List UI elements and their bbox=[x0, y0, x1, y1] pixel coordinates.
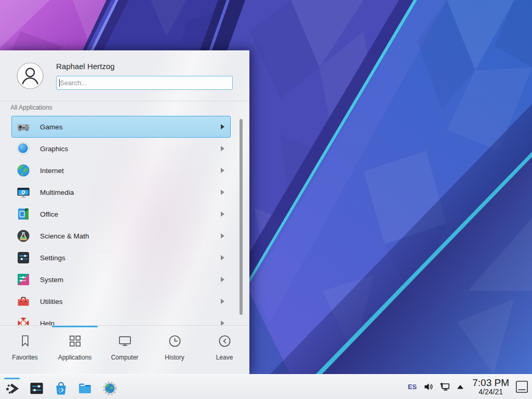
system-settings-button[interactable] bbox=[28, 376, 45, 398]
internet-icon bbox=[17, 164, 30, 177]
multimedia-icon bbox=[17, 185, 30, 199]
tab-computer[interactable]: Computer bbox=[100, 327, 150, 375]
computer-icon bbox=[118, 334, 132, 348]
tabbar-separator bbox=[0, 325, 249, 326]
discover-icon bbox=[54, 381, 69, 396]
file-manager-button[interactable] bbox=[76, 376, 94, 398]
category-label: Utilities bbox=[40, 298, 63, 305]
web-browser-icon bbox=[102, 381, 117, 396]
submenu-arrow-icon bbox=[221, 211, 224, 217]
settings-icon bbox=[17, 251, 30, 264]
user-name: Raphael Hertzog bbox=[56, 62, 115, 71]
expand-tray-arrow-icon[interactable] bbox=[457, 384, 464, 390]
clock-time: 7:03 PM bbox=[472, 378, 509, 388]
system-settings-icon bbox=[29, 381, 44, 396]
category-row-multimedia[interactable]: Multimedia bbox=[11, 181, 231, 203]
category-label: Help bbox=[40, 320, 55, 326]
submenu-arrow-icon bbox=[221, 146, 224, 151]
category-label: Office bbox=[40, 210, 58, 218]
utilities-icon bbox=[17, 295, 30, 308]
category-row-office[interactable]: Office bbox=[11, 203, 231, 225]
taskbar: ES 7:03 PM 4/24/21 bbox=[0, 374, 532, 399]
header-separator bbox=[0, 101, 249, 101]
search-input[interactable] bbox=[56, 76, 233, 90]
search-field-wrap bbox=[56, 76, 233, 90]
tab-label: Computer bbox=[111, 354, 139, 361]
applications-icon bbox=[68, 334, 82, 348]
desktop: Raphael Hertzog All Applications GamesGr… bbox=[0, 0, 532, 399]
tab-label: Leave bbox=[216, 354, 233, 361]
clock-date: 4/24/21 bbox=[472, 388, 509, 396]
tab-history[interactable]: History bbox=[150, 327, 200, 375]
category-row-graphics[interactable]: Graphics bbox=[11, 138, 231, 159]
submenu-arrow-icon bbox=[221, 255, 224, 260]
application-launcher-menu: Raphael Hertzog All Applications GamesGr… bbox=[0, 50, 249, 374]
scrollbar[interactable] bbox=[240, 119, 243, 315]
taskbar-launchers bbox=[0, 375, 125, 399]
volume-icon[interactable] bbox=[423, 382, 433, 392]
digital-clock[interactable]: 7:03 PM 4/24/21 bbox=[472, 378, 509, 396]
submenu-arrow-icon bbox=[221, 277, 224, 282]
submenu-arrow-icon bbox=[221, 168, 224, 173]
leave-icon bbox=[218, 334, 232, 348]
category-row-games[interactable]: Games bbox=[11, 116, 231, 138]
science-icon bbox=[17, 229, 30, 243]
section-label: All Applications bbox=[10, 104, 52, 111]
system-tray: ES 7:03 PM 4/24/21 bbox=[408, 375, 532, 399]
active-task-indicator bbox=[4, 378, 20, 379]
office-icon bbox=[17, 207, 30, 221]
category-row-help[interactable]: Help bbox=[11, 312, 231, 325]
submenu-arrow-icon bbox=[221, 321, 224, 325]
submenu-arrow-icon bbox=[221, 299, 224, 304]
category-list: GamesGraphicsInternetMultimediaOfficeSci… bbox=[11, 116, 231, 325]
category-row-internet[interactable]: Internet bbox=[11, 159, 231, 181]
category-label: Graphics bbox=[40, 145, 68, 153]
tab-label: Favorites bbox=[12, 354, 37, 361]
category-label: Multimedia bbox=[40, 189, 74, 196]
folder-icon bbox=[78, 381, 93, 396]
tab-bar: FavoritesApplicationsComputerHistoryLeav… bbox=[0, 327, 249, 375]
favorites-icon bbox=[18, 334, 32, 348]
network-icon[interactable] bbox=[440, 382, 450, 392]
system-icon bbox=[17, 273, 30, 286]
application-launcher-button[interactable] bbox=[3, 376, 21, 398]
category-label: Internet bbox=[40, 167, 64, 175]
category-row-settings[interactable]: Settings bbox=[11, 247, 231, 269]
graphics-icon bbox=[17, 142, 30, 155]
kickoff-icon bbox=[5, 381, 20, 396]
category-label: System bbox=[40, 276, 63, 284]
text-cursor bbox=[59, 79, 60, 87]
tab-leave[interactable]: Leave bbox=[200, 327, 249, 375]
submenu-arrow-icon bbox=[221, 190, 224, 195]
submenu-arrow-icon bbox=[221, 124, 224, 129]
category-label: Games bbox=[40, 123, 63, 131]
category-label: Settings bbox=[40, 254, 65, 262]
submenu-arrow-icon bbox=[221, 233, 224, 238]
keyboard-layout-indicator[interactable]: ES bbox=[408, 383, 417, 391]
tab-label: History bbox=[165, 354, 184, 361]
discover-button[interactable] bbox=[52, 376, 70, 398]
help-icon bbox=[17, 316, 30, 325]
history-icon bbox=[168, 334, 182, 348]
category-row-system[interactable]: System bbox=[11, 269, 231, 290]
category-label: Science & Math bbox=[40, 232, 89, 240]
user-avatar-icon[interactable] bbox=[17, 62, 44, 89]
games-icon bbox=[17, 120, 30, 134]
web-browser-button[interactable] bbox=[101, 376, 118, 398]
show-desktop-icon[interactable] bbox=[515, 380, 528, 393]
category-row-science-math[interactable]: Science & Math bbox=[11, 225, 231, 247]
tab-favorites[interactable]: Favorites bbox=[0, 327, 50, 375]
tab-applications[interactable]: Applications bbox=[50, 327, 100, 375]
tab-label: Applications bbox=[58, 354, 92, 361]
launcher-header: Raphael Hertzog bbox=[0, 51, 249, 101]
category-row-utilities[interactable]: Utilities bbox=[11, 290, 231, 312]
